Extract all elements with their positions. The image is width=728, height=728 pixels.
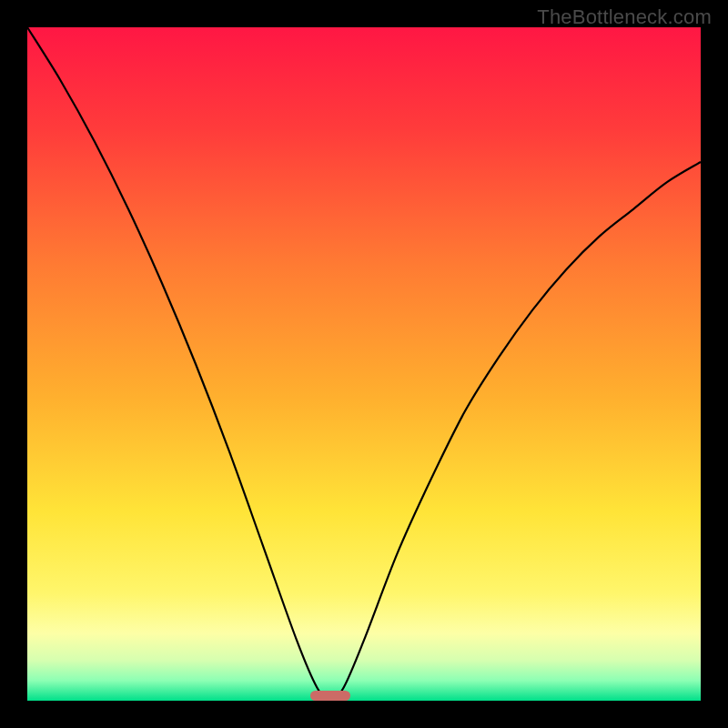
bottleneck-curve [27, 27, 701, 701]
plot-area [27, 27, 701, 701]
optimal-marker [310, 691, 350, 701]
watermark-text: TheBottleneck.com [537, 5, 712, 29]
chart-frame: TheBottleneck.com [0, 0, 728, 728]
